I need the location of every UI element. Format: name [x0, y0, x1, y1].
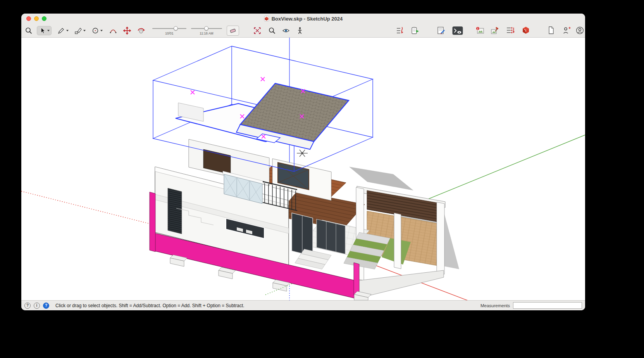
app-icon: [264, 16, 269, 21]
help-icon[interactable]: ?: [24, 303, 31, 309]
move-tool[interactable]: [123, 26, 131, 35]
walk-tool[interactable]: [296, 26, 304, 35]
line-tool[interactable]: [57, 26, 69, 35]
clipboard-icon: [410, 26, 420, 35]
cursor-icon: [39, 27, 46, 35]
slider-knob[interactable]: [204, 26, 208, 30]
red-cube-icon: [521, 26, 530, 35]
soften-edges-panel[interactable]: [396, 26, 405, 35]
context-help-icon[interactable]: ?: [43, 303, 49, 309]
minimize-button[interactable]: [34, 16, 39, 21]
slider-track[interactable]: [191, 26, 222, 31]
arc-tool[interactable]: [109, 26, 117, 35]
circle-tool[interactable]: [91, 26, 103, 35]
look-around-tool[interactable]: [282, 26, 290, 35]
pencil-icon: [57, 26, 65, 35]
new-document-button[interactable]: [547, 26, 556, 35]
shape-tool[interactable]: [74, 26, 86, 35]
magnifier-icon: [268, 26, 276, 35]
window-title: BoxView.skp - SketchUp 2024: [272, 16, 343, 22]
column: [437, 202, 444, 274]
move-cross-icon: [123, 26, 131, 35]
zoom-window-tool[interactable]: [268, 26, 276, 35]
zoom-tool[interactable]: [24, 26, 33, 35]
select-tool[interactable]: [37, 26, 52, 35]
status-hint: Click or drag to select objects. Shift =…: [55, 303, 245, 308]
zoom-extents-tool[interactable]: [253, 26, 262, 35]
status-bar: ? i ? Click or drag to select objects. S…: [21, 300, 585, 310]
shape-pen-icon: [74, 26, 83, 35]
info-icon[interactable]: i: [34, 303, 40, 309]
title-bar: BoxView.skp - SketchUp 2024: [21, 14, 585, 24]
edit-entity-panel[interactable]: [437, 26, 446, 35]
add-person-button[interactable]: [562, 26, 572, 35]
rotate-tool[interactable]: [137, 26, 145, 35]
shadow-date-slider[interactable]: 10/01: [152, 26, 186, 35]
document-edit-icon: [437, 26, 446, 35]
chevron-down-icon: [47, 30, 50, 31]
measurements-label: Measurements: [480, 303, 510, 308]
model-warnings-panel[interactable]: [475, 26, 485, 35]
list-arrow-icon: [506, 26, 515, 35]
shadow-date-label: 10/01: [165, 31, 173, 35]
fix-problems-panel[interactable]: [490, 26, 499, 35]
account-icon: [575, 26, 585, 35]
zoom-window-button[interactable]: [42, 16, 46, 21]
zoom-extents-icon: [253, 26, 262, 35]
roof-assembly: [176, 83, 349, 149]
red-list-panel[interactable]: [506, 26, 515, 35]
chevron-down-icon: [66, 30, 69, 31]
paste-in-place-panel[interactable]: [410, 26, 420, 35]
louver-window: [168, 188, 182, 234]
image-warning-icon: [475, 26, 485, 35]
console-eye-icon: [452, 26, 463, 35]
rotate-icon: [137, 26, 145, 35]
close-button[interactable]: [26, 16, 31, 21]
help-glyph: ?: [26, 303, 29, 308]
ceiling-fan: [297, 150, 308, 157]
sketchup-cube-panel[interactable]: [521, 26, 530, 35]
eye-icon: [282, 26, 290, 35]
slider-track[interactable]: [152, 26, 186, 31]
soften-edges-icon: [396, 26, 405, 35]
shadow-time-label: 11:16 AM: [200, 31, 213, 35]
magenta-post: [150, 192, 155, 252]
magnifier-icon: [24, 26, 33, 35]
eraser-tool[interactable]: [227, 26, 239, 36]
image-hammer-icon: [490, 26, 499, 35]
arc-icon: [109, 26, 117, 35]
new-document-icon: [547, 26, 556, 35]
chevron-down-icon: [83, 30, 86, 31]
traffic-lights: [26, 16, 46, 21]
walk-figure-icon: [296, 26, 304, 35]
slider-knob[interactable]: [174, 26, 178, 30]
context-help-glyph: ?: [45, 303, 47, 308]
window-title-wrap: BoxView.skp - SketchUp 2024: [264, 16, 343, 22]
viewport: [21, 38, 585, 300]
sketchup-window: BoxView.skp - SketchUp 2024: [21, 14, 585, 310]
measurements-input[interactable]: [513, 302, 582, 309]
console-view-panel[interactable]: [452, 26, 463, 35]
info-glyph: i: [36, 303, 38, 308]
toolbar: 10/01 11:16 AM: [21, 24, 585, 38]
column: [394, 213, 401, 269]
model-canvas[interactable]: [21, 38, 585, 300]
eraser-icon: [229, 27, 237, 35]
chevron-down-icon: [100, 30, 103, 31]
account-button[interactable]: [575, 26, 585, 35]
circle-icon: [91, 26, 100, 35]
add-person-icon: [562, 26, 572, 35]
shadow-time-slider[interactable]: 11:16 AM: [191, 26, 222, 35]
